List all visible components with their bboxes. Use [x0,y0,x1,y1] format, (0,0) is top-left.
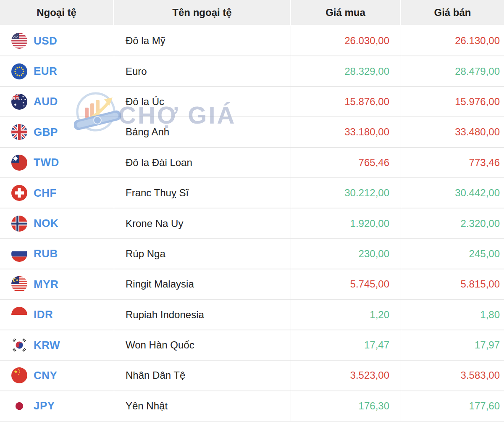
currency-name: Euro [114,56,291,86]
currency-code-link[interactable]: USD [34,34,57,47]
eu-flag [11,63,27,79]
currency-cell: JPY [0,391,114,421]
table-row: AUD Đô la Úc 15.876,00 15.976,00 [0,87,504,117]
au-flag [11,94,27,110]
column-header-sell-price: Giá bán [401,0,504,25]
buy-price: 33.180,00 [291,117,401,147]
table-row: GBP Bảng Anh 33.180,00 33.480,00 [0,117,504,148]
currency-code-link[interactable]: KRW [34,339,60,352]
cn-flag [11,367,27,383]
currency-code-link[interactable]: JPY [34,399,55,412]
buy-price: 1,20 [291,300,401,330]
currency-name: Bảng Anh [114,117,291,147]
buy-price: 176,30 [291,391,401,421]
currency-name: Đô la Mỹ [114,26,291,55]
sell-price: 177,60 [401,391,504,421]
sell-price: 5.815,00 [401,269,504,299]
currency-cell: GBP [0,117,114,147]
us-flag [11,33,27,49]
currency-cell: CHF [0,178,114,208]
buy-price: 3.523,00 [291,361,401,390]
sell-price: 2.320,00 [401,208,504,238]
currency-code-link[interactable]: EUR [34,65,57,78]
buy-price: 5.745,00 [291,269,401,299]
gb-flag [11,124,27,140]
table-row: MYR Ringit Malaysia 5.745,00 5.815,00 [0,269,504,300]
currency-code-link[interactable]: AUD [34,95,58,108]
currency-cell: KRW [0,330,114,360]
sell-price: 245,00 [401,239,504,269]
table-body: USD Đô la Mỹ 26.030,00 26.130,00 EUR Eur… [0,26,504,422]
currency-cell: USD [0,26,114,55]
buy-price: 765,46 [291,148,401,177]
currency-cell: CNY [0,361,114,390]
tw-flag [11,155,27,171]
table-row: CHF Franc Thuỵ Sĩ 30.212,00 30.442,00 [0,178,504,208]
column-header-currency: Ngoại tệ [0,0,114,25]
column-header-buy-price: Giá mua [291,0,401,25]
sell-price: 773,46 [401,148,504,177]
currency-cell: AUD [0,87,114,116]
column-header-currency-name: Tên ngoại tệ [114,0,291,25]
currency-code-link[interactable]: CNY [34,369,57,382]
table-row: CNY Nhân Dân Tệ 3.523,00 3.583,00 [0,361,504,391]
currency-cell: RUB [0,239,114,269]
jp-flag [11,398,27,414]
currency-name: Krone Na Uy [114,208,291,238]
currency-name: Đô la Úc [114,87,291,116]
currency-code-link[interactable]: IDR [34,308,53,321]
sell-price: 1,80 [401,300,504,330]
currency-cell: MYR [0,269,114,299]
sell-price: 17,97 [401,330,504,360]
table-row: TWD Đô la Đài Loan 765,46 773,46 [0,148,504,178]
buy-price: 15.876,00 [291,87,401,116]
sell-price: 3.583,00 [401,361,504,390]
currency-name: Franc Thuỵ Sĩ [114,178,291,208]
sell-price: 28.479,00 [401,56,504,86]
kr-flag [11,337,27,353]
currency-code-link[interactable]: RUB [34,247,58,260]
table-row: RUB Rúp Nga 230,00 245,00 [0,239,504,269]
sell-price: 30.442,00 [401,178,504,208]
currency-code-link[interactable]: CHF [34,187,57,200]
currency-code-link[interactable]: MYR [34,278,58,291]
buy-price: 28.329,00 [291,56,401,86]
currency-code-link[interactable]: GBP [34,126,58,139]
currency-name: Yên Nhật [114,391,291,421]
currency-name: Nhân Dân Tệ [114,361,291,390]
table-row: JPY Yên Nhật 176,30 177,60 [0,391,504,422]
id-flag [11,307,27,323]
table-row: KRW Won Hàn Quốc 17,47 17,97 [0,330,504,361]
currency-code-link[interactable]: TWD [34,156,59,169]
currency-cell: IDR [0,300,114,330]
buy-price: 30.212,00 [291,178,401,208]
buy-price: 26.030,00 [291,26,401,55]
buy-price: 230,00 [291,239,401,269]
no-flag [11,216,27,232]
currency-name: Ringit Malaysia [114,269,291,299]
currency-cell: NOK [0,208,114,238]
exchange-rate-table: Ngoại tệ Tên ngoại tệ Giá mua Giá bán US… [0,0,504,422]
currency-name: Rúp Nga [114,239,291,269]
ru-flag [11,246,27,262]
table-row: USD Đô la Mỹ 26.030,00 26.130,00 [0,26,504,56]
buy-price: 17,47 [291,330,401,360]
ch-flag [11,185,27,201]
table-header: Ngoại tệ Tên ngoại tệ Giá mua Giá bán [0,0,504,26]
table-row: IDR Rupiah Indonesia 1,20 1,80 [0,300,504,330]
currency-cell: EUR [0,56,114,86]
currency-code-link[interactable]: NOK [34,217,58,230]
currency-name: Đô la Đài Loan [114,148,291,177]
buy-price: 1.920,00 [291,208,401,238]
currency-name: Won Hàn Quốc [114,330,291,360]
table-row: EUR Euro 28.329,00 28.479,00 [0,56,504,87]
sell-price: 26.130,00 [401,26,504,55]
currency-cell: TWD [0,148,114,177]
sell-price: 15.976,00 [401,87,504,116]
currency-name: Rupiah Indonesia [114,300,291,330]
my-flag [11,276,27,292]
sell-price: 33.480,00 [401,117,504,147]
table-row: NOK Krone Na Uy 1.920,00 2.320,00 [0,208,504,239]
